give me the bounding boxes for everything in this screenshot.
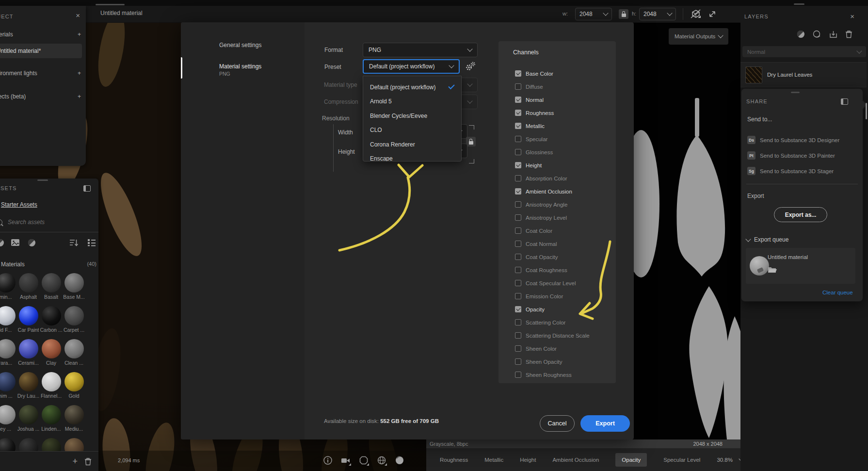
image-filter-icon[interactable] [11,239,20,246]
channel-row[interactable]: Scattering Color [498,316,616,329]
material-asset[interactable]: Asphalt [17,273,40,306]
checkbox-unchecked[interactable] [515,345,521,352]
channel-row[interactable]: Diffuse [498,80,616,93]
project-material-item-selected[interactable]: Untitled material* [0,44,82,58]
checkbox-unchecked[interactable] [515,175,521,181]
channel-row[interactable]: Height [498,159,616,172]
checkbox-unchecked[interactable] [515,319,521,325]
materials-section-header[interactable]: Materials (40) [1,261,96,268]
preset-menu-item-selected[interactable]: Default (project workflow) [363,80,461,95]
nav-general-settings[interactable]: General settings [219,42,261,49]
camera-button[interactable] [340,455,351,466]
material-thumbnail[interactable] [0,339,16,358]
export-as-button[interactable]: Export as... [774,207,827,222]
checkbox-checked[interactable] [515,123,521,129]
export-queue-header[interactable]: Export queue [746,236,788,243]
channel-row[interactable]: Anisotropy Level [498,211,616,224]
objects-section-row[interactable]: Objects (beta) + [0,93,81,100]
tab-roughness[interactable]: Roughness [440,457,468,463]
material-outputs-dropdown[interactable]: Material Outputs [669,28,728,45]
panel-drag-handle[interactable] [96,4,125,5]
tab-height[interactable]: Height [520,457,536,463]
channel-row[interactable]: Coat Normal [498,237,616,250]
expand-icon[interactable] [707,9,718,19]
checkbox-unchecked[interactable] [515,267,521,273]
checkbox-unchecked[interactable] [515,372,521,378]
material-thumbnail[interactable] [64,339,84,358]
layer-thumbnail[interactable] [745,66,762,83]
checkbox-unchecked[interactable] [515,280,521,286]
channel-row[interactable]: Glossiness [498,146,616,159]
preset-menu-item[interactable]: Blender Cycles/Eevee [363,109,461,123]
material-asset[interactable] [0,438,17,451]
material-thumbnail[interactable] [0,405,16,424]
zoom-control[interactable]: 30.8% [717,457,743,463]
material-thumbnail[interactable] [19,372,38,391]
material-thumbnail[interactable] [42,438,61,451]
material-thumbnail[interactable] [19,273,38,292]
panel-drag-handle[interactable] [791,92,800,93]
close-icon[interactable]: × [850,14,854,19]
send-to-stager[interactable]: Sg Send to Substance 3D Stager [747,167,834,175]
channel-row[interactable]: Absorption Color [498,172,616,185]
material-thumbnail[interactable] [19,405,38,424]
channel-row[interactable]: Opacity [498,303,616,316]
add-asset-icon[interactable]: + [72,456,78,467]
material-asset[interactable]: Base M... [63,273,85,306]
material-thumbnail[interactable] [64,405,84,424]
material-thumbnail[interactable] [42,306,61,325]
material-asset[interactable]: Linden... [40,405,63,438]
material-thumbnail[interactable] [0,273,16,292]
checkbox-checked[interactable] [515,188,521,195]
material-thumbnail[interactable] [42,273,61,292]
checkbox-unchecked[interactable] [515,227,521,234]
tab-specular-level[interactable]: Specular Level [663,457,700,463]
resolution-lock-button[interactable] [466,137,476,146]
aspect-lock-button[interactable] [619,9,628,19]
material-asset[interactable] [63,438,85,451]
export-button[interactable]: Export [580,415,630,432]
checkbox-unchecked[interactable] [515,241,521,247]
material-asset[interactable]: Carpet ... [63,306,85,339]
checkbox-checked[interactable] [515,110,521,116]
starter-assets-link[interactable]: Starter Assets [1,201,37,208]
checkbox-unchecked[interactable] [515,201,521,208]
channel-row[interactable]: Coat Roughness [498,263,616,276]
channel-row[interactable]: Roughness [498,106,616,119]
height-dropdown[interactable]: 2048 [639,8,676,20]
channel-row[interactable]: Base Color [498,67,616,80]
tab-ambient-occlusion[interactable]: Ambient Occlusion [552,457,599,463]
preset-menu-item[interactable]: Enscape [363,152,461,162]
preset-settings-gear-icon[interactable] [465,61,476,72]
material-asset[interactable]: Gold [63,372,85,405]
panel-toggle-icon[interactable] [83,185,91,192]
close-icon[interactable]: × [76,13,80,18]
material-asset[interactable]: Clay [40,339,63,372]
material-asset[interactable]: ey ... [0,405,17,438]
trash-icon[interactable] [845,30,852,38]
material-asset[interactable]: Mediu... [63,405,85,438]
trash-icon[interactable] [84,457,92,466]
preset-dropdown[interactable]: Default (project workflow) [363,59,460,74]
channel-row[interactable]: Coat Opacity [498,250,616,263]
clear-queue-link[interactable]: Clear queue [822,290,853,295]
material-asset[interactable]: min... [0,273,17,306]
add-icon[interactable]: + [78,93,81,100]
channel-row[interactable]: Scattering Distance Scale [498,329,616,342]
preset-menu-item[interactable]: CLO [363,123,461,138]
material-asset[interactable] [17,438,40,451]
tab-metallic[interactable]: Metallic [484,457,503,463]
checkbox-unchecked[interactable] [515,149,521,155]
channel-row[interactable]: Sheen Roughness [498,368,616,381]
adjustment-icon[interactable] [797,30,805,38]
fill-layer-icon[interactable] [813,30,821,38]
channel-row[interactable]: Sheen Color [498,342,616,355]
material-asset[interactable]: Carbon ... [40,306,63,339]
display-settings-button[interactable] [376,455,387,466]
width-dropdown[interactable]: 2048 [575,8,612,20]
open-folder-icon[interactable] [768,266,777,274]
channel-row[interactable]: Coat Color [498,224,616,237]
checkbox-unchecked[interactable] [515,83,521,90]
material-asset[interactable]: him ... [0,372,17,405]
material-filter-icon[interactable] [28,239,36,247]
